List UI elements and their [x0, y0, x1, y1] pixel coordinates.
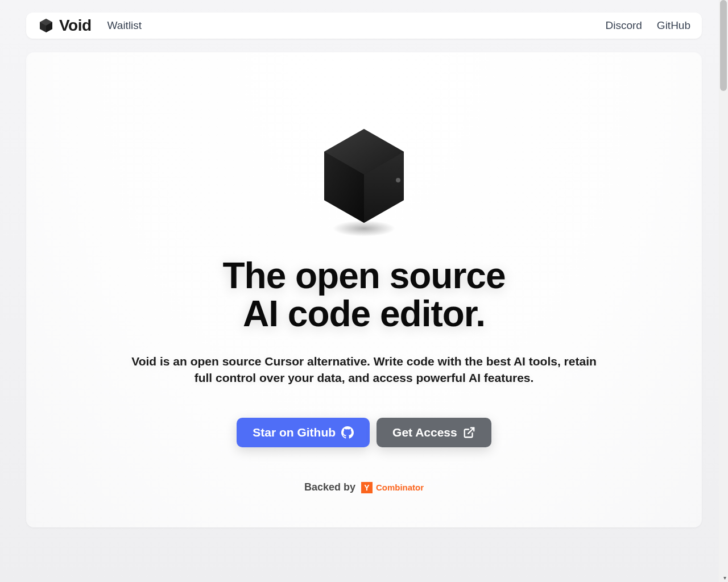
brand-name: Void: [59, 16, 92, 35]
svg-line-9: [468, 428, 474, 434]
external-link-icon: [463, 426, 475, 439]
nav-link-github[interactable]: GitHub: [657, 19, 690, 32]
backed-by-label: Backed by: [304, 481, 355, 493]
star-github-button[interactable]: Star on Github: [237, 418, 370, 447]
navbar: Void Waitlist Discord GitHub: [26, 13, 702, 39]
nav-link-waitlist[interactable]: Waitlist: [107, 19, 142, 32]
github-icon: [341, 426, 354, 439]
get-access-button[interactable]: Get Access: [377, 418, 491, 447]
nav-left-group: Void Waitlist: [38, 16, 142, 35]
hero-section: The open source AI code editor. Void is …: [26, 52, 702, 527]
headline-line-2: AI code editor.: [243, 293, 485, 334]
cube-logo-icon: [38, 17, 55, 34]
yc-combinator-text: Combinator: [376, 483, 424, 492]
yc-logo-icon: Y: [361, 482, 373, 493]
scrollbar-down-arrow-icon[interactable]: ▾: [723, 575, 726, 581]
nav-right-group: Discord GitHub: [605, 19, 690, 32]
svg-point-8: [396, 178, 400, 182]
nav-link-discord[interactable]: Discord: [605, 19, 642, 32]
svg-point-3: [333, 221, 395, 236]
cta-button-row: Star on Github Get Access: [237, 418, 491, 447]
scrollbar-thumb[interactable]: [720, 0, 727, 91]
hero-subheading: Void is an open source Cursor alternativ…: [131, 354, 597, 386]
scrollbar-track[interactable]: ▾: [719, 0, 728, 582]
hero-headline: The open source AI code editor.: [222, 257, 505, 333]
yc-badge: Y Combinator: [361, 482, 424, 493]
brand-logo-link[interactable]: Void: [38, 16, 92, 35]
star-github-label: Star on Github: [253, 426, 336, 439]
backed-by-row: Backed by Y Combinator: [304, 481, 424, 493]
hero-cube-illustration: [316, 126, 412, 240]
headline-line-1: The open source: [222, 255, 505, 296]
get-access-label: Get Access: [392, 426, 457, 439]
